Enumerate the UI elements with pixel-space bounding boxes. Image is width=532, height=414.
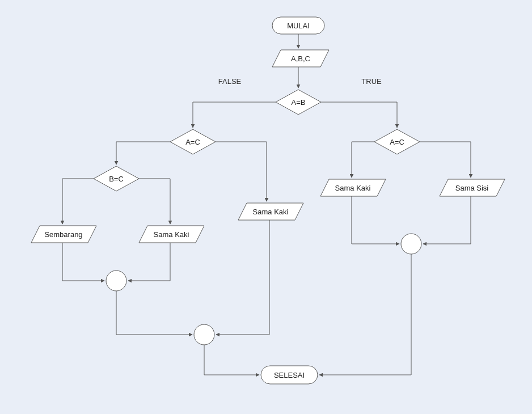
edge xyxy=(139,179,170,224)
node-dec3: B=C xyxy=(94,166,139,191)
branch-true: TRUE xyxy=(361,77,382,86)
input-label: A,B,C xyxy=(291,54,310,63)
edge xyxy=(423,196,471,244)
edge xyxy=(204,345,259,375)
node-end: SELESAI xyxy=(261,366,318,384)
end-label: SELESAI xyxy=(274,371,305,379)
edge xyxy=(319,254,411,375)
node-out-samakaki2: Sama Kaki xyxy=(238,203,303,220)
node-dec2-left: A=C xyxy=(170,129,216,154)
node-dec2-right: A=C xyxy=(374,129,420,154)
edge xyxy=(62,179,94,224)
node-input: A,B,C xyxy=(272,50,329,67)
edge xyxy=(128,243,170,281)
node-dec1: A=B xyxy=(276,90,321,115)
node-start: MULAI xyxy=(272,17,324,34)
edge xyxy=(352,142,374,178)
node-out-samakaki1: Sama Kaki xyxy=(139,226,204,243)
edge xyxy=(193,102,276,128)
edge xyxy=(352,196,399,244)
node-out-samasisi: Sama Sisi xyxy=(440,179,505,196)
junction-1 xyxy=(106,271,126,291)
dec3-label: B=C xyxy=(109,175,124,183)
edge xyxy=(216,142,267,201)
out-samakaki1-label: Sama Kaki xyxy=(154,230,189,239)
out-samakaki3-label: Sama Kaki xyxy=(335,184,371,192)
junction-2 xyxy=(194,324,214,345)
edge xyxy=(62,243,104,281)
junction-3 xyxy=(401,234,421,254)
dec1-label: A=B xyxy=(292,98,306,107)
flowchart: MULAI A,B,C FALSE TRUE A=B A=C A=C B=C xyxy=(0,0,532,414)
branch-false: FALSE xyxy=(218,77,242,86)
out-samasisi-label: Sama Sisi xyxy=(455,184,489,192)
start-label: MULAI xyxy=(287,22,310,30)
edge xyxy=(116,142,170,164)
out-sembarang-label: Sembarang xyxy=(44,230,82,239)
dec2l-label: A=C xyxy=(185,138,200,146)
edge xyxy=(420,142,471,178)
node-out-samakaki3: Sama Kaki xyxy=(320,179,386,196)
edge xyxy=(216,220,269,335)
edge xyxy=(321,102,397,128)
dec2r-label: A=C xyxy=(390,138,404,146)
edge xyxy=(116,291,192,335)
node-out-sembarang: Sembarang xyxy=(31,226,96,243)
out-samakaki2-label: Sama Kaki xyxy=(253,208,289,216)
